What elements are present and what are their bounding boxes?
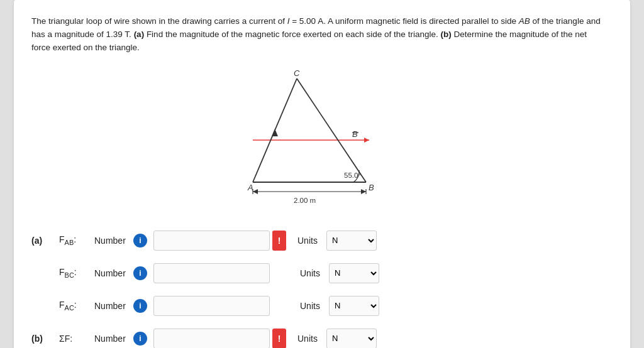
part-label-a: (a) (31, 236, 59, 246)
info-button-fac[interactable]: i (133, 299, 147, 313)
svg-marker-7 (272, 129, 278, 136)
vertex-c-label: C (294, 68, 300, 78)
force-label-fbc: FBC: (59, 267, 94, 279)
force-label-sf: ΣF: (59, 334, 94, 344)
answers-section: (a) FAB: Number i ! Units N mN kN FBC: N… (31, 224, 613, 348)
diagram-area: B A B C 55.0° (31, 66, 613, 210)
units-select-fab[interactable]: N mN kN (326, 231, 377, 251)
svg-text:B: B (352, 129, 358, 139)
units-label-fbc: Units (300, 268, 323, 278)
alert-button-fab[interactable]: ! (272, 231, 286, 251)
units-select-fac[interactable]: N mN kN (329, 296, 379, 316)
vertex-b-label: B (369, 183, 374, 192)
units-label-fac: Units (300, 301, 323, 311)
row-fab: (a) FAB: Number i ! Units N mN kN (31, 224, 613, 257)
number-input-sf[interactable] (153, 329, 270, 348)
force-label-fac: FAC: (59, 300, 94, 312)
number-label-3: Number (94, 334, 133, 344)
number-label-1: Number (94, 268, 133, 278)
number-label-2: Number (94, 301, 133, 311)
problem-text: The triangular loop of wire shown in the… (31, 15, 613, 55)
vertex-a-label: A (247, 183, 253, 192)
number-input-fab[interactable] (153, 231, 270, 251)
units-select-fbc[interactable]: N mN kN (329, 263, 379, 283)
number-input-fbc[interactable] (153, 263, 270, 283)
info-button-fbc[interactable]: i (133, 266, 147, 280)
number-input-fac[interactable] (153, 296, 270, 316)
number-label-0: Number (94, 236, 133, 246)
units-label-sf: Units (297, 334, 320, 344)
svg-marker-12 (361, 189, 366, 194)
main-card: The triangular loop of wire shown in the… (14, 0, 630, 348)
force-label-fab: FAB: (59, 234, 94, 246)
units-select-sf[interactable]: N mN kN (326, 329, 377, 348)
row-sf: (b) ΣF: Number i ! Units N mN kN (31, 322, 613, 348)
triangle-diagram: B A B C 55.0° (234, 66, 410, 210)
row-fac: FAC: Number i Units N mN kN (31, 290, 613, 322)
part-label-b: (b) (31, 334, 59, 344)
row-fbc: FBC: Number i Units N mN kN (31, 257, 613, 290)
alert-button-sf[interactable]: ! (272, 329, 286, 348)
info-button-sf[interactable]: i (133, 332, 147, 345)
info-button-fab[interactable]: i (133, 234, 147, 247)
angle-label: 55.0° (344, 171, 361, 179)
svg-marker-11 (253, 189, 258, 194)
distance-label: 2.00 m (294, 197, 316, 204)
units-label-fab: Units (297, 236, 320, 246)
svg-marker-1 (364, 138, 369, 143)
